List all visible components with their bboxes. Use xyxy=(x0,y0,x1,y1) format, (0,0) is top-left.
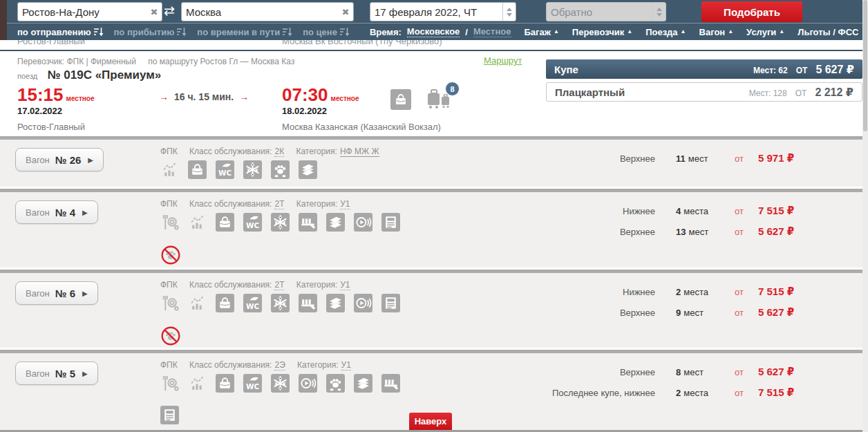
clipped-station-row: Ростов-Главный Москва Вк Восточный (Тпу … xyxy=(0,40,868,51)
price-link[interactable]: 5 627 ₽ xyxy=(758,306,824,319)
wagon-6-button[interactable]: Вагон № 6 ▶ xyxy=(15,281,98,305)
price-link[interactable]: 5 971 ₽ xyxy=(758,152,824,165)
hygiene-icon xyxy=(381,374,400,393)
service-class-link[interactable]: 2Э xyxy=(274,360,285,370)
wc-icon: WC xyxy=(243,374,262,393)
price-row: Верхнее 13мест от 5 627 ₽ xyxy=(496,221,824,242)
from-station-input[interactable] xyxy=(18,6,147,18)
train-number-line: поезд № 019С «Премиум» xyxy=(17,68,161,82)
wagon-4-button[interactable]: Вагон № 4 ▶ xyxy=(15,200,98,224)
time-mode-label: Время: xyxy=(370,27,402,37)
arrival-time: 07:30 xyxy=(282,84,328,105)
wagon-meta: ФПК Класс обслуживания:2Т Категория:У1 xyxy=(160,199,350,209)
sort-by-departure[interactable]: по отправлению xyxy=(17,27,104,37)
category-link[interactable]: У1 xyxy=(340,280,350,290)
time-local-toggle[interactable]: Местное xyxy=(473,26,511,37)
clear-to-icon[interactable]: ✖ xyxy=(338,7,353,17)
filter-carrier[interactable]: Перевозчик▲ xyxy=(572,27,632,37)
hygiene-icon xyxy=(299,294,317,312)
price-link[interactable]: 7 515 ₽ xyxy=(758,205,824,217)
departure-date: 17.02.2022 xyxy=(17,106,95,116)
handbag-icon[interactable] xyxy=(390,89,411,110)
scrollbar[interactable] xyxy=(862,0,868,432)
chevron-up-icon: ▲ xyxy=(728,28,733,35)
svg-text:WC: WC xyxy=(218,169,232,177)
wagon-5-button[interactable]: Вагон № 5 ▶ xyxy=(15,361,98,385)
media-icon xyxy=(299,374,317,393)
price-link[interactable]: 5 627 ₽ xyxy=(758,225,824,238)
category-link[interactable]: НФ МЖ Ж xyxy=(340,147,379,157)
price-link[interactable]: 7 515 ₽ xyxy=(758,285,824,298)
snowflake-icon xyxy=(243,160,262,179)
clipped-arrival-station: Москва Вк Восточный (Тпу Черкизово) xyxy=(282,40,442,46)
bag-icon xyxy=(216,294,234,312)
category-link[interactable]: У1 xyxy=(340,199,350,209)
chevron-up-icon: ▲ xyxy=(681,28,686,35)
category-link[interactable]: У1 xyxy=(341,360,351,370)
price-link[interactable]: 5 627 ₽ xyxy=(758,366,824,378)
return-date-input[interactable] xyxy=(547,6,652,18)
filter-services[interactable]: Услуги▲ xyxy=(746,27,784,37)
route-link[interactable]: Маршрут xyxy=(484,55,522,66)
amenity-icons: WC xyxy=(160,294,400,312)
arrival-date: 18.02.2022 xyxy=(282,106,441,116)
date-field[interactable] xyxy=(370,2,516,21)
bag-icon xyxy=(188,160,207,179)
back-to-top-button[interactable]: Наверх xyxy=(409,413,452,430)
svg-text:WC: WC xyxy=(246,302,259,310)
linen-icon xyxy=(326,294,345,312)
seats-count: Мест: 128 xyxy=(749,88,787,98)
service-class-link[interactable]: 2К xyxy=(274,147,284,157)
to-station-field[interactable]: ✖ xyxy=(181,2,354,21)
filter-baggage[interactable]: Багаж▲ xyxy=(525,27,559,37)
service-class-link[interactable]: 2Т xyxy=(274,280,284,290)
media-icon xyxy=(354,213,372,232)
class-tab-platzkart[interactable]: Плацкартный Мест: 128 ОТ 2 212 ₽ xyxy=(546,82,862,102)
bag-icon xyxy=(216,374,234,393)
bag-icon xyxy=(216,213,234,232)
date-spinner[interactable] xyxy=(502,3,516,21)
linen-icon xyxy=(354,374,372,393)
amenity-icons: WC xyxy=(160,374,400,393)
wagon-section-6: Вагон № 6 ▶ ФПК Класс обслуживания:2Т Ка… xyxy=(0,270,868,348)
scrollbar-thumb[interactable] xyxy=(863,0,867,131)
filter-wagon[interactable]: Вагон▲ xyxy=(699,27,734,37)
departure-station: Ростов-Главный xyxy=(17,122,95,132)
price-row: Нижнее 2места от 7 515 ₽ xyxy=(496,281,824,302)
expand-arrow-icon: ▶ xyxy=(82,290,88,297)
min-price: 5 627 ₽ xyxy=(815,63,854,76)
baggage-icon[interactable]: 8 xyxy=(426,87,454,111)
time-moscow-toggle[interactable]: Московское xyxy=(407,26,460,37)
restaurant-icon xyxy=(160,374,179,393)
carrier-line: Перевозчик: ФПК | Фирменный по маршруту … xyxy=(17,57,294,66)
operator-label: ФПК xyxy=(160,199,178,209)
linen-icon xyxy=(326,213,345,232)
paw-icon xyxy=(271,160,290,179)
filter-benefits[interactable]: Льготы / ФСС▲ xyxy=(798,27,867,37)
sort-by-travel-time[interactable]: по времени в пути xyxy=(197,27,292,37)
to-station-input[interactable] xyxy=(182,6,338,18)
wagon-meta: ФПК Класс обслуживания:2К Категория:НФ М… xyxy=(160,147,379,156)
expand-arrow-icon: ▶ xyxy=(88,156,93,164)
date-input[interactable] xyxy=(370,6,502,18)
sort-by-price[interactable]: по цене xyxy=(303,27,350,37)
operator-label: ФПК xyxy=(160,280,178,290)
snowflake-icon xyxy=(271,374,290,393)
search-button[interactable]: Подобрать xyxy=(701,1,802,22)
swap-stations-icon[interactable]: ⇄ xyxy=(164,3,175,19)
class-tab-coupe[interactable]: Купе Мест: 62 ОТ 5 627 ₽ xyxy=(546,59,862,79)
press-icon xyxy=(381,213,400,232)
price-row: Верхнее 9мест от 5 627 ₽ xyxy=(496,302,824,323)
price-link[interactable]: 7 515 ₽ xyxy=(758,386,824,399)
clear-from-icon[interactable]: ✖ xyxy=(147,7,162,17)
wagon-26-button[interactable]: Вагон № 26 ▶ xyxy=(15,148,104,171)
return-date-field[interactable] xyxy=(546,2,666,21)
sort-by-arrival[interactable]: по прибытию xyxy=(114,27,187,37)
filter-trains[interactable]: Поезда▲ xyxy=(645,27,686,37)
restriction-icons xyxy=(160,326,181,346)
wc-icon: WC xyxy=(216,160,234,179)
service-class-link[interactable]: 2Т xyxy=(274,199,284,209)
from-station-field[interactable]: ✖ xyxy=(17,2,162,21)
arrow-right-icon: → xyxy=(159,91,169,102)
arrival-info: 07:30местное 18.02.2022 Москва Казанская… xyxy=(282,86,441,132)
